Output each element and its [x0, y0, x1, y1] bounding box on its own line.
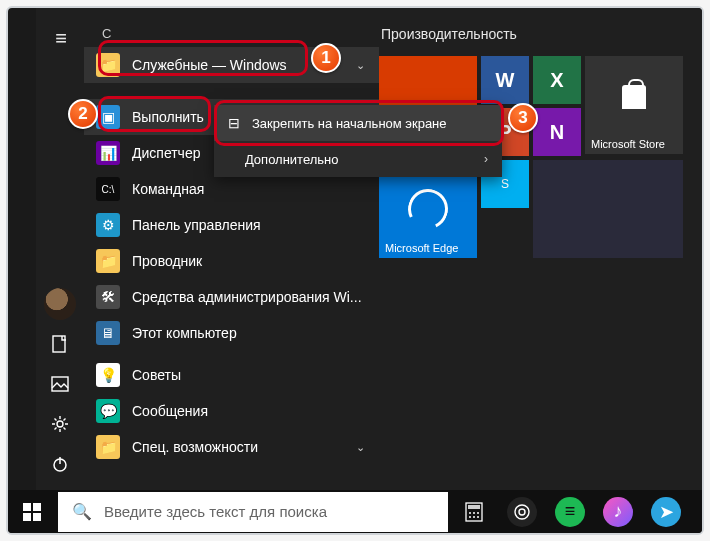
tile-onenote[interactable]: N [533, 108, 581, 156]
app-label: Служебные — Windows [132, 57, 287, 73]
taskbar-telegram[interactable]: ➤ [642, 490, 690, 533]
taskbar-podcast[interactable] [498, 490, 546, 533]
pictures-icon[interactable] [40, 364, 80, 404]
app-row-control-panel[interactable]: ⚙ Панель управления [84, 207, 379, 243]
svg-rect-6 [33, 503, 41, 511]
svg-point-2 [57, 421, 63, 427]
svg-point-11 [469, 512, 471, 514]
explorer-icon: 📁 [96, 249, 120, 273]
tile-label: Microsoft Edge [385, 242, 458, 254]
app-row-explorer[interactable]: 📁 Проводник [84, 243, 379, 279]
ctx-label: Дополнительно [245, 152, 339, 167]
svg-rect-0 [53, 336, 65, 352]
app-label: Проводник [132, 253, 202, 269]
svg-rect-7 [23, 513, 31, 521]
svg-rect-5 [23, 503, 31, 511]
annotation-badge-1: 1 [311, 43, 341, 73]
taskbar-spotify[interactable]: ≡ [546, 490, 594, 533]
svg-rect-10 [468, 505, 480, 509]
folder-icon: 📁 [96, 435, 120, 459]
tile-label: Microsoft Store [591, 138, 665, 150]
annotation-badge-2: 2 [68, 99, 98, 129]
app-label: Сообщения [132, 403, 208, 419]
power-icon[interactable] [40, 444, 80, 484]
app-label: Выполнить [132, 109, 204, 125]
taskmgr-icon: 📊 [96, 141, 120, 165]
tiles-group-header[interactable]: Производительность [381, 26, 692, 42]
app-row-ease-of-access[interactable]: 📁 Спец. возможности ⌄ [84, 429, 379, 465]
app-label: Этот компьютер [132, 325, 237, 341]
taskbar-calculator[interactable] [450, 490, 498, 533]
tile-word[interactable]: W [481, 56, 529, 104]
svg-point-17 [515, 505, 529, 519]
annotation-badge-3: 3 [508, 103, 538, 133]
app-row-messages[interactable]: 💬 Сообщения [84, 393, 379, 429]
app-row-admin-tools[interactable]: 🛠 Средства администрирования Wi... [84, 279, 379, 315]
taskbar-itunes[interactable]: ♪ [594, 490, 642, 533]
app-label: Советы [132, 367, 181, 383]
settings-icon[interactable] [40, 404, 80, 444]
chevron-down-icon: ⌄ [356, 441, 365, 454]
svg-point-18 [519, 509, 525, 515]
control-panel-icon: ⚙ [96, 213, 120, 237]
start-button[interactable] [8, 490, 56, 533]
svg-point-14 [469, 516, 471, 518]
app-row-this-pc[interactable]: 🖥 Этот компьютер [84, 315, 379, 351]
svg-point-15 [473, 516, 475, 518]
svg-point-13 [477, 512, 479, 514]
app-label: Командная [132, 181, 204, 197]
search-input[interactable]: 🔍 Введите здесь текст для поиска [58, 492, 448, 532]
folder-icon: 📁 [96, 53, 120, 77]
admin-tools-icon: 🛠 [96, 285, 120, 309]
svg-rect-8 [33, 513, 41, 521]
tile-excel[interactable]: X [533, 56, 581, 104]
app-label: Средства администрирования Wi... [132, 289, 362, 305]
run-icon: ▣ [96, 105, 120, 129]
cmd-icon: C:\ [96, 177, 120, 201]
edge-icon [402, 183, 453, 234]
tile-photos[interactable] [533, 160, 683, 258]
app-row-tips[interactable]: 💡 Советы [84, 357, 379, 393]
messages-icon: 💬 [96, 399, 120, 423]
svg-point-16 [477, 516, 479, 518]
app-label: Панель управления [132, 217, 261, 233]
app-label: Диспетчер [132, 145, 200, 161]
store-icon [622, 85, 646, 109]
chevron-down-icon: ⌄ [356, 59, 365, 72]
svg-rect-1 [52, 377, 68, 391]
start-expand-button[interactable]: ≡ [40, 18, 80, 58]
search-placeholder: Введите здесь текст для поиска [104, 503, 327, 520]
context-menu: ⊟ Закрепить на начальном экране • Дополн… [214, 105, 502, 177]
letter-header[interactable]: С [84, 26, 379, 41]
ctx-pin-to-start[interactable]: ⊟ Закрепить на начальном экране [214, 105, 502, 141]
ctx-more[interactable]: • Дополнительно › [214, 141, 502, 177]
this-pc-icon: 🖥 [96, 321, 120, 345]
search-icon: 🔍 [72, 502, 92, 521]
svg-point-12 [473, 512, 475, 514]
documents-icon[interactable] [40, 324, 80, 364]
pin-icon: ⊟ [228, 115, 240, 131]
ctx-label: Закрепить на начальном экране [252, 116, 447, 131]
app-label: Спец. возможности [132, 439, 258, 455]
lightbulb-icon: 💡 [96, 363, 120, 387]
user-avatar[interactable] [40, 284, 80, 324]
tile-store[interactable]: Microsoft Store [585, 56, 683, 154]
chevron-right-icon: › [484, 152, 488, 166]
